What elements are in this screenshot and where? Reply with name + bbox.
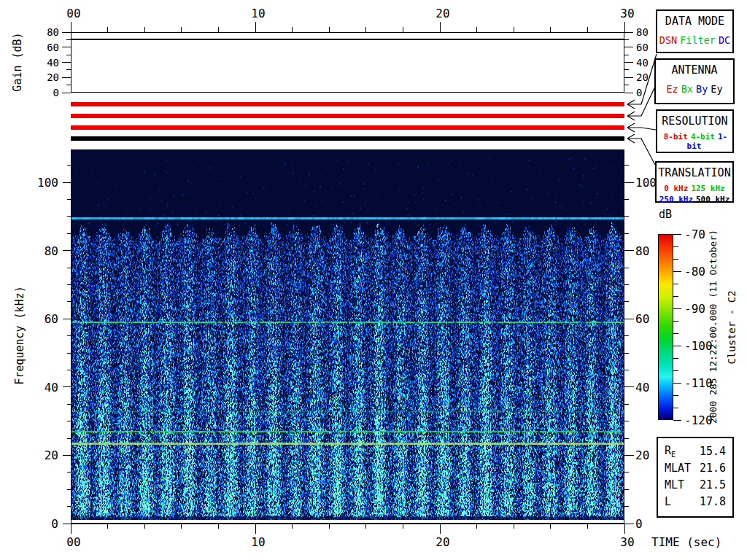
mode-option-bx: Bx	[681, 83, 693, 95]
time-minor-tick	[107, 27, 108, 32]
time-minor-tick	[514, 27, 514, 32]
time-minor-tick	[550, 524, 551, 529]
ephemeris-label: MLAT	[665, 462, 691, 475]
gain-tick-label: 0	[53, 87, 59, 98]
mode-option-ey: Ey	[711, 83, 722, 95]
gain-level-line	[71, 39, 624, 40]
freq-major-tick	[624, 524, 634, 524]
wbd-spectrogram-window: Gain (dB) Frequency (kHz) 00102030 00202…	[0, 0, 747, 560]
freq-minor-tick	[67, 489, 71, 490]
gain-major-tick	[62, 93, 71, 93]
time-tick-label: 00	[66, 535, 80, 549]
freq-tick-label: 60	[635, 312, 649, 326]
colorbar-minor-tick	[673, 358, 678, 359]
colorbar-minor-tick	[673, 284, 678, 284]
colorbar	[658, 234, 673, 420]
colorbar-major-tick	[673, 383, 681, 384]
time-minor-tick	[181, 524, 182, 529]
time-minor-tick	[292, 27, 293, 32]
mode-box-translation: TRANSLATION0 kHz125 kHz250 kHz500 kHz	[655, 161, 734, 203]
time-minor-tick	[365, 27, 366, 32]
freq-tick-label: 40	[635, 380, 649, 394]
colorbar-minor-tick	[673, 395, 678, 396]
ephemeris-label: MLT	[665, 478, 684, 491]
gain-minor-tick	[66, 85, 71, 85]
freq-minor-tick	[67, 438, 71, 439]
mode-option-by: By	[696, 83, 708, 95]
spacecraft-text: Cluster - C2	[726, 290, 738, 364]
time-major-tick	[440, 524, 441, 534]
freq-major-tick	[63, 524, 71, 524]
freq-major-tick	[624, 250, 634, 251]
ephemeris-value: 15.4	[700, 445, 726, 458]
status-arrow	[627, 134, 655, 165]
freq-minor-tick	[624, 216, 629, 217]
freq-tick-label: 20	[44, 448, 58, 462]
freq-minor-tick	[67, 284, 71, 285]
freq-tick-label: 100	[635, 176, 657, 190]
colorbar-minor-tick	[673, 259, 678, 260]
freq-minor-tick	[624, 421, 629, 421]
freq-major-tick	[63, 319, 71, 319]
freq-major-tick	[624, 386, 634, 387]
colorbar-minor-tick	[673, 321, 678, 322]
gain-major-tick	[62, 62, 71, 63]
time-minor-tick	[476, 27, 477, 32]
freq-major-tick	[63, 250, 71, 251]
colorbar-major-tick	[673, 271, 681, 272]
time-minor-tick	[218, 27, 219, 32]
freq-minor-tick	[624, 370, 629, 370]
ephemeris-row: RE15.4	[658, 443, 732, 459]
ephemeris-row: MLAT21.6	[658, 459, 732, 476]
time-axis-label: TIME (sec)	[651, 535, 721, 549]
freq-minor-tick	[624, 506, 629, 507]
freq-minor-tick	[624, 301, 629, 302]
time-minor-tick	[329, 524, 330, 529]
mode-option-filter: Filter	[680, 34, 716, 46]
gain-major-tick	[62, 47, 71, 47]
ephemeris-value: 21.5	[700, 478, 726, 491]
freq-tick-label: 80	[44, 244, 58, 257]
freq-minor-tick	[67, 216, 71, 217]
colorbar-tick-label: -80	[684, 265, 705, 279]
ephemeris-value: 17.8	[700, 495, 726, 508]
ephemeris-value: 21.6	[700, 462, 726, 475]
time-minor-tick	[550, 27, 551, 32]
status-arrow	[627, 54, 657, 109]
freq-tick-label: 0	[635, 517, 643, 531]
status-bar-antenna	[71, 114, 624, 118]
freq-minor-tick	[624, 353, 629, 354]
mode-box-data-mode: DATA MODEDSNFilterDC	[656, 9, 734, 53]
ephemeris-row: L17.8	[658, 493, 732, 510]
ephemeris-row: MLT21.5	[658, 476, 732, 493]
mode-box-antenna: ANTENNAEzBxByEy	[654, 58, 735, 104]
freq-minor-tick	[67, 268, 71, 268]
time-minor-tick	[365, 524, 366, 529]
time-major-tick	[71, 524, 71, 534]
freq-major-tick	[624, 455, 634, 456]
time-major-tick	[71, 22, 71, 32]
freq-minor-tick	[624, 335, 629, 336]
freq-minor-tick	[67, 233, 71, 234]
freq-minor-tick	[624, 165, 629, 166]
freq-minor-tick	[67, 370, 71, 370]
mode-box-resolution: RESOLUTION8-bit4-bit1-bit	[656, 109, 734, 153]
gain-tick-label: 80	[47, 26, 59, 38]
freq-major-tick	[624, 319, 634, 319]
time-minor-tick	[144, 27, 145, 32]
freq-tick-label: 100	[37, 176, 58, 190]
colorbar-minor-tick	[673, 333, 678, 334]
time-minor-tick	[218, 524, 219, 529]
colorbar-minor-tick	[673, 296, 678, 297]
freq-minor-tick	[67, 301, 71, 302]
colorbar-major-tick	[673, 420, 681, 421]
time-tick-label: 30	[620, 535, 634, 549]
ephemeris-label: L	[665, 495, 671, 508]
time-minor-tick	[107, 524, 108, 529]
status-bar-resolution	[71, 125, 624, 130]
freq-minor-tick	[67, 165, 71, 166]
freq-minor-tick	[624, 268, 629, 268]
gain-tick-label: 20	[47, 71, 59, 83]
ephemeris-box: RE15.4MLAT21.6MLT21.5L17.8	[657, 437, 734, 518]
mode-box-title: ANTENNA	[656, 63, 733, 77]
